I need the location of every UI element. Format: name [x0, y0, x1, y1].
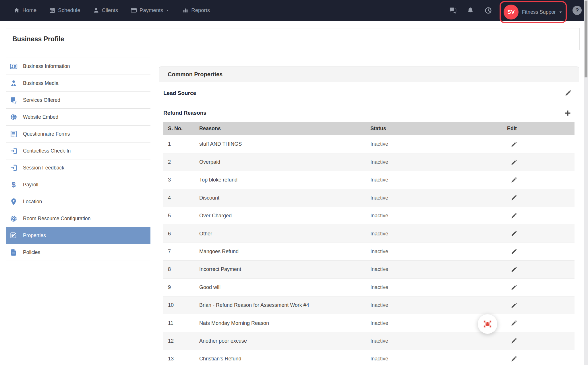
pencil-icon [510, 230, 517, 237]
cell-status: Inactive [370, 207, 507, 225]
edit-row-button[interactable] [510, 248, 517, 255]
table-row: 5 Over Charged Inactive [163, 207, 575, 225]
barcode-scan-icon [482, 319, 493, 329]
sidebar-item-label: Questionnaire Forms [23, 131, 70, 137]
edit-row-button[interactable] [510, 320, 517, 327]
panel-header: Common Properties [159, 67, 579, 82]
history-button[interactable] [484, 7, 492, 14]
cell-status: Inactive [370, 261, 507, 278]
sidebar-item-location[interactable]: Location [6, 193, 150, 210]
cell-sno: 7 [163, 243, 199, 260]
avatar: SV [504, 5, 519, 19]
edit-row-button[interactable] [510, 266, 517, 273]
cell-sno: 11 [163, 314, 199, 332]
edit-row-button[interactable] [510, 230, 517, 237]
cell-edit [507, 314, 575, 332]
scrollbar-thumb[interactable] [585, 1, 587, 77]
refund-reasons-section: Refund Reasons [163, 104, 575, 122]
bell-icon [467, 7, 474, 14]
nav-item-home[interactable]: Home [13, 7, 36, 13]
scan-widget-button[interactable] [478, 314, 497, 334]
sidebar-item-label: Policies [23, 249, 40, 255]
edit-row-button[interactable] [510, 284, 517, 291]
refund-reasons-label: Refund Reasons [163, 110, 206, 116]
nav-item-label: Home [22, 7, 36, 13]
table-row: 2 Overpaid Inactive [163, 153, 575, 171]
nav-item-schedule[interactable]: Schedule [49, 7, 80, 13]
edit-row-button[interactable] [510, 356, 517, 362]
user-menu[interactable]: SV Fitness Support... [500, 1, 567, 23]
nav-item-label: Payments [140, 7, 163, 13]
globe-icon [10, 113, 18, 121]
cell-sno: 3 [163, 171, 199, 189]
chat-icon [449, 7, 457, 14]
cell-edit [507, 207, 575, 225]
vertical-scrollbar[interactable] [584, 0, 588, 365]
edit-lead-source-button[interactable] [564, 89, 572, 97]
cell-edit [507, 135, 575, 153]
page-title: Business Profile [12, 35, 64, 43]
table-row: 9 Good will Inactive [163, 278, 575, 296]
cell-sno: 9 [163, 278, 199, 296]
sidebar-item-services-offered[interactable]: Services Offered [6, 92, 150, 109]
sidebar-item-properties[interactable]: Properties [6, 227, 150, 244]
sidebar-item-policies[interactable]: Policies [6, 244, 150, 261]
pencil-icon [510, 248, 517, 255]
table-row: 1 stuff AND THINGS Inactive [163, 135, 575, 153]
sidebar-item-session-feedback[interactable]: Session Feedback [6, 159, 150, 176]
pencil-icon [510, 159, 517, 166]
cell-status: Inactive [370, 243, 507, 260]
sidebar-item-questionnaire-forms[interactable]: Questionnaire Forms [6, 126, 150, 143]
cell-reason: Nats Monday Morning Reason [199, 314, 370, 332]
person-icon [93, 7, 99, 13]
cell-reason: Overpaid [199, 153, 370, 171]
notifications-button[interactable] [467, 7, 474, 14]
cell-status: Inactive [370, 171, 507, 189]
edit-row-button[interactable] [510, 212, 517, 219]
edit-row-button[interactable] [510, 141, 517, 148]
chevron-down-icon [166, 8, 170, 12]
cell-status: Inactive [370, 135, 507, 153]
id-card-icon [10, 63, 18, 70]
column-header-edit: Edit [507, 122, 575, 135]
sidebar-item-room-resource-configuration[interactable]: Room Resource Configuration [6, 210, 150, 227]
edit-row-button[interactable] [510, 159, 517, 166]
cell-edit [507, 278, 575, 296]
cell-reason: stuff AND THINGS [199, 135, 370, 153]
pencil-icon [510, 266, 517, 273]
sidebar-item-label: Payroll [23, 182, 38, 188]
add-refund-reason-button[interactable] [564, 109, 572, 117]
cell-reason: Mangoes Refund [199, 243, 370, 260]
lead-source-label: Lead Source [163, 90, 196, 96]
table-row: 8 Incorrect Payment Inactive [163, 261, 575, 278]
sidebar-item-business-media[interactable]: Business Media [6, 75, 150, 92]
table-row: 3 Top bloke refund Inactive [163, 171, 575, 189]
edit-row-button[interactable] [510, 337, 517, 344]
gear-icon [10, 215, 18, 222]
cell-sno: 4 [163, 189, 199, 207]
pencil-icon [510, 141, 517, 148]
clock-icon [484, 7, 492, 14]
edit-row-button[interactable] [510, 302, 517, 309]
sidebar-item-business-information[interactable]: Business Information [6, 58, 150, 75]
nav-item-payments[interactable]: Payments [131, 7, 170, 13]
help-button[interactable]: ? [572, 6, 582, 15]
sidebar-item-label: Business Media [23, 80, 59, 86]
cell-status: Inactive [370, 296, 507, 314]
nav-item-clients[interactable]: Clients [93, 7, 118, 13]
cell-sno: 12 [163, 332, 199, 350]
sidebar-item-website-embed[interactable]: Website Embed [6, 109, 150, 126]
cell-edit [507, 171, 575, 189]
cell-reason: Brian - Refund Reason for Assessment Wor… [199, 296, 370, 314]
cell-reason: Other [199, 225, 370, 243]
table-row: 6 Other Inactive [163, 225, 575, 243]
cell-reason: Incorrect Payment [199, 261, 370, 278]
home-icon [13, 7, 20, 13]
edit-row-button[interactable] [510, 194, 517, 201]
panel-title: Common Properties [168, 71, 223, 78]
nav-item-reports[interactable]: Reports [182, 7, 210, 13]
edit-row-button[interactable] [510, 177, 517, 184]
chat-button[interactable] [449, 7, 457, 14]
sidebar-item-payroll[interactable]: $ Payroll [6, 176, 150, 193]
sidebar-item-contactless-check-in[interactable]: Contactless Check-In [6, 143, 150, 159]
